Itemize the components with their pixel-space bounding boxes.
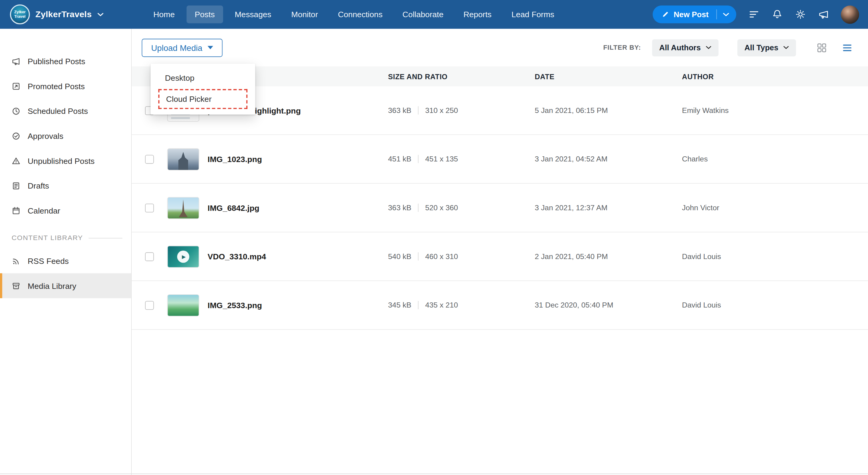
filter-bar: FILTER BY: All Authors All Types <box>603 39 852 56</box>
cell-divider <box>418 155 418 163</box>
table-row[interactable]: ▶ VDO_3310.mp4 540 kB460 x 310 2 Jan 202… <box>132 232 868 281</box>
nav-item-lead-forms[interactable]: Lead Forms <box>503 5 563 23</box>
row-checkbox[interactable] <box>145 203 154 212</box>
authors-filter-value: All Authors <box>659 43 701 52</box>
page-bottom-divider <box>0 474 868 474</box>
media-size: 540 kB <box>388 252 411 261</box>
caret-down-icon <box>207 46 213 49</box>
bell-icon[interactable] <box>771 8 783 20</box>
media-date: 5 Jan 2021, 06:15 PM <box>535 106 682 115</box>
cell-divider <box>418 106 418 115</box>
media-thumbnail[interactable] <box>167 197 199 219</box>
media-name[interactable]: IMG_2533.png <box>208 301 388 309</box>
chevron-down-icon <box>783 46 789 49</box>
authors-filter-dropdown[interactable]: All Authors <box>652 39 718 56</box>
media-date: 31 Dec 2020, 05:40 PM <box>535 301 682 309</box>
pencil-icon <box>661 10 670 19</box>
check-circle-icon <box>12 131 21 140</box>
media-author: Charles <box>682 155 868 163</box>
nav-item-monitor[interactable]: Monitor <box>283 5 327 23</box>
sidebar-item-label: Approvals <box>28 131 63 140</box>
nav-item-connections[interactable]: Connections <box>330 5 391 23</box>
sidebar-item-label: RSS Feeds <box>28 256 69 265</box>
row-checkbox[interactable] <box>145 301 154 309</box>
new-post-dropdown-toggle[interactable] <box>717 5 736 23</box>
nav-item-home[interactable]: Home <box>145 5 183 23</box>
gear-icon[interactable] <box>795 8 806 20</box>
rss-icon <box>12 256 21 265</box>
media-ratio: 451 x 135 <box>425 155 458 163</box>
sidebar-item-label: Scheduled Posts <box>28 107 88 115</box>
sidebar-item-scheduled-posts[interactable]: Scheduled Posts <box>0 99 131 124</box>
topbar-actions: New Post <box>652 5 859 24</box>
media-ratio: 520 x 360 <box>425 204 458 212</box>
sidebar-item-rss-feeds[interactable]: RSS Feeds <box>0 248 131 273</box>
media-author: John Victor <box>682 204 868 212</box>
brand-switcher[interactable]: Zylker Travel ZylkerTravels <box>10 4 125 24</box>
table-row[interactable]: IMG_6842.jpg 363 kB520 x 360 3 Jan 2021,… <box>132 184 868 233</box>
sidebar-item-published-posts[interactable]: Published Posts <box>0 49 131 74</box>
section-title: CONTENT LIBRARY <box>12 234 83 242</box>
sidebar-item-calendar[interactable]: Calendar <box>0 198 131 223</box>
table-row[interactable]: IMG_2533.png 345 kB435 x 210 31 Dec 2020… <box>132 281 868 330</box>
media-name[interactable]: IMG_6842.jpg <box>208 203 388 212</box>
chevron-down-icon <box>723 12 729 16</box>
media-size: 345 kB <box>388 301 411 309</box>
brand-name: ZylkerTravels <box>36 9 92 19</box>
header-size-ratio: SIZE AND RATIO <box>388 72 535 81</box>
table-row[interactable]: IMG_1023.png 451 kB451 x 135 3 Jan 2021,… <box>132 135 868 184</box>
media-name[interactable]: VDO_3310.mp4 <box>208 252 388 261</box>
nav-item-posts[interactable]: Posts <box>186 5 223 23</box>
header-author: AUTHOR <box>682 72 868 81</box>
user-avatar[interactable] <box>841 5 859 24</box>
new-post-button[interactable]: New Post <box>652 5 736 23</box>
media-size: 451 kB <box>388 155 411 163</box>
list-view-icon[interactable] <box>841 42 852 53</box>
sidebar-item-label: Unpublished Posts <box>28 156 95 165</box>
cell-divider <box>418 301 418 309</box>
row-checkbox[interactable] <box>145 252 154 261</box>
row-checkbox[interactable] <box>145 155 154 163</box>
media-thumbnail[interactable]: ▶ <box>167 245 199 268</box>
media-date: 3 Jan 2021, 04:52 AM <box>535 155 682 163</box>
section-divider <box>89 238 122 238</box>
media-ratio: 460 x 310 <box>425 252 458 261</box>
filter-by-label: FILTER BY: <box>603 44 641 52</box>
sidebar-item-promoted-posts[interactable]: Promoted Posts <box>0 73 131 99</box>
grid-view-icon[interactable] <box>816 42 827 53</box>
content-toolbar: Upload Media FILTER BY: All Authors All … <box>132 29 868 67</box>
media-thumbnail[interactable] <box>167 294 199 316</box>
sidebar-item-label: Media Library <box>28 281 76 290</box>
sidebar-item-approvals[interactable]: Approvals <box>0 124 131 148</box>
upload-media-button[interactable]: Upload Media <box>142 39 222 57</box>
sidebar-item-media-library[interactable]: Media Library <box>0 273 131 298</box>
primary-nav: Home Posts Messages Monitor Connections … <box>145 5 563 23</box>
media-ratio: 310 x 250 <box>425 106 458 115</box>
upload-media-menu: Desktop Cloud Picker <box>151 64 255 114</box>
upload-media-label: Upload Media <box>151 43 202 52</box>
nav-item-reports[interactable]: Reports <box>455 5 500 23</box>
clock-icon <box>12 107 21 115</box>
sidebar-item-label: Drafts <box>28 181 49 190</box>
media-thumbnail[interactable] <box>167 148 199 170</box>
types-filter-value: All Types <box>744 43 778 52</box>
media-library-content: Upload Media FILTER BY: All Authors All … <box>132 29 868 475</box>
sidebar-item-unpublished-posts[interactable]: Unpublished Posts <box>0 148 131 173</box>
sidebar-item-drafts[interactable]: Drafts <box>0 173 131 198</box>
media-author: Emily Watkins <box>682 106 868 115</box>
sidebar-item-label: Promoted Posts <box>28 81 85 90</box>
nav-item-messages[interactable]: Messages <box>226 5 279 23</box>
cell-divider <box>418 204 418 212</box>
play-icon: ▶ <box>177 250 189 262</box>
top-navbar: Zylker Travel ZylkerTravels Home Posts M… <box>0 0 868 29</box>
media-date: 3 Jan 2021, 12:37 AM <box>535 204 682 212</box>
nav-item-collaborate[interactable]: Collaborate <box>394 5 452 23</box>
types-filter-dropdown[interactable]: All Types <box>737 39 796 56</box>
chevron-down-icon <box>97 12 103 16</box>
menu-item-cloud-picker[interactable]: Cloud Picker <box>158 89 247 109</box>
logo-line2: Travel <box>14 14 26 19</box>
menu-item-desktop[interactable]: Desktop <box>151 68 255 88</box>
announcement-icon[interactable] <box>818 8 830 20</box>
media-name[interactable]: IMG_1023.png <box>208 155 388 163</box>
activity-feed-icon[interactable] <box>748 8 760 20</box>
